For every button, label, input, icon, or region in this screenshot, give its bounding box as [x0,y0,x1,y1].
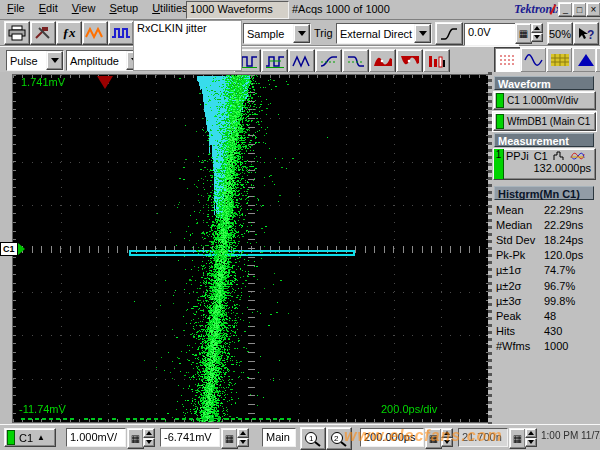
stat-row-wfms: #Wfms1000 [496,339,598,354]
context-help-button[interactable]: ? [573,22,599,45]
measure-class-select[interactable]: Pulse [6,50,64,71]
comm-meas-icon [427,53,447,69]
trig-label: Trig [314,27,333,39]
display-vectors-button[interactable] [520,47,547,73]
tools-icon [33,25,53,41]
step-up-icon[interactable] [531,23,543,33]
digital-wave-button[interactable] [108,21,134,45]
histogram-section-header[interactable]: Histgrm(Mn C1) [494,186,594,200]
set-to-50pct-button[interactable]: 50% [547,22,573,45]
step-up-icon[interactable] [525,428,537,438]
histogram-stats: Mean22.29ns Median22.29ns Std Dev18.24ps… [496,202,598,354]
measurement-item[interactable]: 1 PPJi C1 132.0000ps [493,148,596,180]
meas-eye2-button[interactable] [396,49,423,73]
annotation-label-box[interactable]: RxCLKIN jitter [133,20,242,71]
trigger-source-select[interactable]: External Direct [336,23,432,44]
waveform-item-wfmdb1[interactable]: WfmDB1 (Main C1 [493,112,596,131]
channel-color-swatch [496,114,504,130]
vertical-offset-keypad-button[interactable]: ▦ [221,428,238,449]
stat-row-mu1s: µ±1σ74.7% [496,263,598,278]
acquisition-mode-select[interactable]: Sample [243,23,311,44]
print-button[interactable] [4,21,30,45]
trigger-level-field[interactable]: 0.0V [464,23,519,46]
trigger-marker-icon[interactable] [97,76,113,89]
rise-time-meas-icon [319,53,339,69]
waveform-item-label: C1 1.000mV/div [507,95,578,106]
measurement-value: 132.0000ps [506,162,593,174]
graticule-bottom-voltage: -11.74mV [19,403,66,415]
vertical-offset-field[interactable]: -6.741mV [160,428,220,447]
acquisition-mode-value: Sample [244,28,293,40]
meas-comm-button[interactable] [423,49,450,73]
up-arrow-icon: ▲ [37,433,45,442]
math-button[interactable]: ƒx [56,21,82,45]
minimize-button[interactable]: _ [558,2,573,17]
delay-keypad-button[interactable]: ▦ [509,428,526,449]
vertical-scale-field[interactable]: 1.000mV/ [66,428,126,447]
magnifier-1-icon: 1 [303,431,323,447]
zoom1-button[interactable]: 1 [300,427,326,450]
chevron-down-icon[interactable] [46,51,63,70]
graticule-scale-label: 200.0ps/div [381,403,437,415]
stat-row-peak: Peak48 [496,308,598,323]
meas-freq-button[interactable] [261,49,288,73]
toolbar-secondary: Pulse Amplitude [0,46,600,73]
display-intensity-button[interactable] [546,47,573,73]
channel-ref-marker[interactable]: C1 [0,242,25,256]
intensity-grade-icon [550,52,570,68]
delay-stepper[interactable] [525,428,537,447]
meas-risetime-button[interactable] [315,49,342,73]
channel-select-label: C1 [19,432,33,444]
rising-edge-icon [439,27,459,41]
analog-wave-icon [85,25,105,41]
channel-color-swatch [496,93,504,109]
meas-eye-button[interactable] [369,49,396,73]
meas-falltime-button[interactable] [342,49,369,73]
clock-display: 1:00 PM 11/7/05 [541,430,599,441]
stat-row-pkpk: Pk-Pk120.0ps [496,248,598,263]
restore-button[interactable]: □ [572,2,587,17]
channel-ref-arrow-icon [18,243,25,255]
chevron-down-icon[interactable] [293,24,310,43]
burst-meas-icon [292,53,312,69]
stat-row-mean: Mean22.29ns [496,202,598,217]
menu-bar: FileEditViewSetupUtilitiesHelp 1000 Wave… [0,0,600,20]
sine-display-icon [524,52,544,68]
vertical-offset-stepper[interactable] [237,428,249,447]
waveform-item-c1[interactable]: C1 1.000mV/div [493,91,596,110]
step-up-icon[interactable] [143,428,155,438]
vertical-scale-stepper[interactable] [143,428,155,447]
menu-file[interactable]: File [0,0,32,17]
menu-edit[interactable]: Edit [32,0,65,17]
trigger-level-keypad-button[interactable]: ▦ [515,23,532,44]
display-xy-button[interactable]: X [595,47,600,73]
help-pointer-icon: ? [577,27,595,41]
stat-row-stddev: Std Dev18.24ps [496,232,598,247]
trigger-level-stepper[interactable] [531,23,543,42]
tools-button[interactable] [30,21,56,45]
panel-resize-grip[interactable] [488,72,492,424]
trigger-slope-button[interactable] [435,22,463,45]
fx-icon: ƒx [63,25,76,41]
waveform-section-header: Waveform [494,76,594,90]
multiwave-icon [570,151,585,161]
vertical-scale-keypad-button[interactable]: ▦ [127,428,144,449]
keypad-icon: ▦ [131,434,140,444]
waveform-display-button[interactable] [82,21,108,45]
step-up-icon[interactable] [237,428,249,438]
step-down-icon[interactable] [531,33,543,43]
dots-display-icon [498,52,518,68]
measure-type-value: Amplitude [67,55,126,67]
frequency-meas-icon [265,53,285,69]
menu-view[interactable]: View [65,0,103,17]
menu-setup[interactable]: Setup [102,0,145,17]
meas-burst-button[interactable] [288,49,315,73]
step-down-icon[interactable] [525,438,537,448]
measurement-source: C1 [534,150,548,162]
channel-select-button[interactable]: C1 ▲ [4,428,56,447]
chevron-down-icon[interactable] [414,24,431,43]
step-down-icon[interactable] [237,438,249,448]
step-down-icon[interactable] [143,438,155,448]
display-dots-button[interactable] [494,47,521,73]
close-button[interactable]: × [586,2,600,17]
